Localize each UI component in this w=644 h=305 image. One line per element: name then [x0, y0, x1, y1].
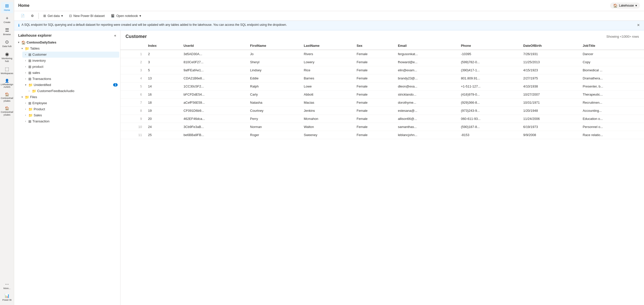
- col-userid: UserId: [180, 42, 247, 50]
- tree-item-customer[interactable]: › ⊞ Customer ···: [22, 52, 119, 58]
- nav-contosodaily1[interactable]: 🏠 ContosoDail ySales: [1, 91, 13, 104]
- nav-datahub[interactable]: ⊙ Data hub: [1, 38, 13, 49]
- cell-index: 3: [145, 58, 180, 66]
- tree-item-inventory[interactable]: › ⊞ inventory: [22, 58, 119, 64]
- cell-index: 20: [145, 115, 180, 123]
- tables-header[interactable]: ▾ 📁 Tables: [19, 46, 119, 52]
- cell-jobtitle: Accounting...: [580, 106, 644, 115]
- data-header: Customer Showing <1000> rows: [120, 30, 644, 42]
- cell-lastname: Walton: [301, 123, 354, 131]
- nav-more[interactable]: ··· More...: [1, 280, 13, 291]
- cell-sex: Female: [354, 106, 395, 115]
- cell-index: 5: [145, 66, 180, 74]
- tree-item-transactions[interactable]: › ⊞ Transactions: [22, 76, 119, 82]
- cell-dob: 4/15/1923: [520, 66, 580, 74]
- product-expand-icon: ›: [24, 65, 27, 68]
- file-button[interactable]: 📄: [18, 13, 27, 19]
- new-dataset-button[interactable]: ⊡ New Power BI dataset: [67, 13, 107, 19]
- table-row: 413CDA21B6e8...EddieBarnesFemalebrandy23…: [120, 74, 644, 82]
- open-notebook-button[interactable]: 📓 Open notebook ▾: [108, 13, 144, 19]
- nav-browse[interactable]: ☰ Browse: [1, 26, 13, 37]
- tree-item-sales[interactable]: › ⊞ sales: [22, 70, 119, 76]
- cell-sex: Female: [354, 74, 395, 82]
- tree-item-transaction[interactable]: › ⊞ Transaction: [22, 118, 119, 124]
- cell-jobtitle: Personnel o...: [580, 123, 644, 131]
- close-banner-button[interactable]: ✕: [637, 23, 640, 28]
- cell-dob: 11/25/2013: [520, 58, 580, 66]
- tables-items: › ⊞ Customer ··· › ⊞ inventory: [22, 52, 119, 94]
- cell-row-num: 2: [120, 58, 145, 66]
- nav-contosodaily2[interactable]: 🏠 ContosoDail ySales: [1, 105, 13, 118]
- cell-row-num: 11: [120, 131, 145, 139]
- files-folder-icon: 📁: [25, 95, 29, 99]
- nav-lhredesign[interactable]: 👤 LHRedesign AviWS: [1, 77, 13, 90]
- table-row: 819CF091D6b9...CourtneyJenkinsFemaleeste…: [120, 106, 644, 115]
- cell-row-num: 8: [120, 106, 145, 115]
- explorer-body: ▾ 🏠 ContosoDailySales ▾ 📁 Tables ›: [14, 39, 120, 305]
- left-navigation: ⊞ Home ＋ Create ☰ Browse ⊙ Data hub ◉ Mo…: [0, 0, 14, 305]
- tree-item-sales-file[interactable]: › 📁 Sales: [22, 112, 119, 118]
- table-row: 718aCefF56E59...NatashaMaciasFemaledorot…: [120, 98, 644, 106]
- cell-email: allison66@...: [395, 115, 458, 123]
- unidentified-badge: 1: [113, 83, 118, 86]
- nav-create[interactable]: ＋ Create: [1, 14, 13, 25]
- header-row: Index UserId FirstName LastName Sex Emai…: [120, 42, 644, 50]
- toolbar: 📄 ⚙ ⊞ Get data ▾ ⊡ New Power BI dataset …: [14, 11, 644, 21]
- cell-dob: 4/10/1938: [520, 82, 580, 90]
- lakehouse-label: Lakehouse: [619, 4, 634, 7]
- tree-item-customerfeedback[interactable]: › 📁 CustomerFeedbackAudio: [26, 88, 119, 94]
- cell-phone: (416)979-0...: [458, 90, 520, 98]
- table-icon-3: ⊞: [28, 65, 31, 69]
- cell-sex: Female: [354, 131, 395, 139]
- collapse-button[interactable]: «: [114, 33, 116, 37]
- cell-row-num: 4: [120, 74, 145, 82]
- unidentified-children: › 📁 CustomerFeedbackAudio: [26, 88, 119, 94]
- table-icon-5: ⊞: [28, 77, 31, 81]
- get-data-button[interactable]: ⊞ Get data ▾: [41, 13, 66, 19]
- powerbi-icon: 📊: [5, 294, 10, 298]
- cell-index: 18: [145, 98, 180, 106]
- settings-button[interactable]: ⚙: [28, 13, 36, 19]
- sales-expand-icon: ›: [24, 71, 27, 74]
- nav-monitoring[interactable]: ◉ Monitoring hub: [1, 50, 13, 64]
- tree-root[interactable]: ▾ 🏠 ContosoDailySales: [15, 39, 119, 46]
- transactions-label: Transactions: [32, 77, 118, 81]
- cell-sex: Female: [354, 123, 395, 131]
- cell-jobtitle: Recruitmen...: [580, 98, 644, 106]
- cell-userid: 9afFEafAe1...: [180, 66, 247, 74]
- cell-dob: 2/27/1975: [520, 74, 580, 82]
- inventory-label: inventory: [32, 59, 118, 62]
- tree-item-employee[interactable]: › ⊞ Employee: [22, 100, 119, 106]
- cell-lastname: Jenkins: [301, 106, 354, 115]
- tree-item-product[interactable]: › ⊞ product: [22, 64, 119, 70]
- nav-powerbi[interactable]: 📊 Power BI: [1, 292, 13, 303]
- cell-jobtitle: Copy: [580, 58, 644, 66]
- cell-index: 25: [145, 131, 180, 139]
- table-header: Index UserId FirstName LastName Sex Emai…: [120, 42, 644, 50]
- cell-lastname: Abbott: [301, 90, 354, 98]
- folder-icon: 📁: [25, 47, 29, 51]
- transactions-expand-icon: ›: [24, 77, 27, 80]
- cell-lastname: Rice: [301, 66, 354, 74]
- col-email: Email: [395, 42, 458, 50]
- lakehouse-dropdown[interactable]: 🏠 Lakehouse ▾: [610, 3, 640, 9]
- nav-workspaces[interactable]: ⬚ Workspaces: [1, 65, 13, 76]
- cell-index: 13: [145, 74, 180, 82]
- data-title: Customer: [126, 34, 147, 39]
- cell-email: samanthas...: [395, 123, 458, 131]
- tree-item-product-file[interactable]: › 📁 Product: [22, 106, 119, 112]
- cell-dob: 7/26/1931: [520, 50, 580, 58]
- tree-unidentified[interactable]: ▾ 📁 Unidentified 1: [22, 82, 119, 88]
- cell-lastname: Sweeney: [301, 131, 354, 139]
- files-label: Files: [30, 95, 118, 99]
- cell-row-num: 10: [120, 123, 145, 131]
- cell-email: stricklando...: [395, 90, 458, 98]
- feedback-expand-icon: ›: [27, 90, 31, 92]
- files-header[interactable]: ▾ 📁 Files: [19, 94, 119, 100]
- data-table-wrap[interactable]: Index UserId FirstName LastName Sex Emai…: [120, 42, 644, 305]
- nav-home[interactable]: ⊞ Home: [1, 2, 13, 13]
- info-text: A SQL endpoint for SQL querying and a de…: [22, 23, 287, 27]
- cell-sex: Female: [354, 82, 395, 90]
- col-lastname: LastName: [301, 42, 354, 50]
- cell-dob: 9/9/2008: [520, 131, 580, 139]
